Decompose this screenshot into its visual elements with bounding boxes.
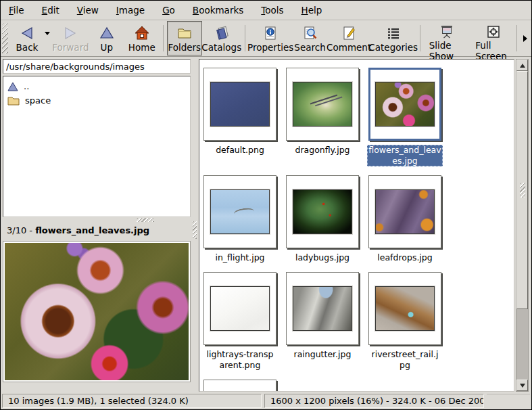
folder-icon — [7, 96, 20, 106]
thumbnail-item-default[interactable]: default.png — [203, 68, 276, 156]
folders-button[interactable]: Folders — [167, 21, 202, 55]
search-icon — [302, 24, 318, 42]
menu-file[interactable]: File — [2, 2, 31, 18]
location-path-input[interactable] — [3, 59, 191, 74]
thumbnail-item-ladybugs[interactable]: ladybugs.jpg — [286, 175, 359, 263]
menu-image[interactable]: Image — [110, 2, 151, 18]
toolbar-drag-handle[interactable] — [2, 23, 8, 53]
comment-button[interactable]: Comment — [328, 21, 370, 55]
overflow-right-arrow-icon — [523, 35, 527, 42]
menu-bookmarks[interactable]: Bookmarks — [186, 2, 250, 18]
back-icon — [19, 24, 35, 42]
thumbnail-card — [203, 68, 276, 141]
thumbnail-row-partial — [203, 380, 514, 392]
up-icon — [99, 24, 115, 42]
vertical-scrollbar[interactable] — [516, 59, 529, 392]
back-label: Back — [16, 42, 39, 53]
toolbar-separator — [163, 25, 164, 51]
thumbnail-item-inflight[interactable]: in_flight.jpg — [203, 175, 276, 263]
splitter-grip[interactable] — [137, 218, 154, 222]
menu-edit[interactable]: Edit — [35, 2, 66, 18]
scroll-down-button[interactable] — [516, 380, 528, 391]
thumbnail-label: leafdrops.jpg — [376, 252, 433, 263]
gthumb-window: File Edit View Image Go Bookmarks Tools … — [0, 0, 532, 410]
thumbnail-card — [368, 68, 441, 141]
folder-item-label: .. — [24, 81, 29, 91]
catalogs-label: Catalogs — [201, 42, 241, 53]
thumbnail-image — [293, 82, 352, 127]
back-button[interactable]: Back — [9, 21, 45, 55]
thumbnail-label: flowers_and_leaves.jpg — [367, 145, 443, 166]
thumbnail-item-dragonfly[interactable]: dragonfly.jpg — [286, 68, 359, 156]
catalogs-icon — [214, 24, 230, 42]
vertical-splitter[interactable] — [191, 59, 199, 392]
folders-label: Folders — [168, 42, 201, 53]
thumbnail-label: ladybugs.jpg — [294, 252, 351, 263]
categories-label: Categories — [368, 42, 418, 53]
search-button[interactable]: Search — [293, 21, 328, 55]
fullscreen-button[interactable]: Full Screen — [470, 21, 516, 55]
scrollbar-thumb[interactable] — [516, 71, 528, 309]
status-bar: 10 images (1.9 MB), 1 selected (324.0 K)… — [1, 393, 531, 409]
home-icon — [134, 24, 150, 42]
thumbnail-card — [286, 272, 359, 345]
thumbnail-item-riverstreet[interactable]: riverstreet_rail.jpg — [368, 272, 441, 371]
menu-bar: File Edit View Image Go Bookmarks Tools … — [1, 1, 531, 20]
scroll-up-button[interactable] — [516, 60, 528, 71]
folder-item-space[interactable]: space — [3, 93, 190, 108]
slideshow-button[interactable]: Slide Show — [424, 21, 470, 55]
thumbnail-item-lightrays[interactable]: lightrays-transparent.png — [203, 272, 276, 371]
forward-button[interactable]: Forward — [52, 21, 89, 55]
properties-button[interactable]: Properties — [249, 21, 293, 55]
slideshow-icon — [439, 24, 455, 40]
thumbnail-pane[interactable]: default.png dragonfly.jpg flowers_and_le… — [199, 59, 514, 392]
thumbnail-browser: default.png dragonfly.jpg flowers_and_le… — [199, 59, 529, 392]
menu-help[interactable]: Help — [295, 2, 329, 18]
main-area: .. space 3/10 - flowers_and_leaves.jpg — [1, 57, 531, 393]
properties-icon — [262, 24, 279, 42]
fullscreen-icon — [485, 24, 502, 40]
comment-icon — [341, 24, 357, 42]
thumbnail-card — [368, 272, 441, 345]
toolbar-separator — [420, 25, 420, 51]
horizontal-splitter[interactable] — [3, 217, 191, 223]
catalogs-button[interactable]: Catalogs — [202, 21, 241, 55]
menu-go[interactable]: Go — [155, 2, 182, 18]
thumbnail-item-leafdrops[interactable]: leafdrops.jpg — [368, 175, 441, 263]
thumbnail-item-flowers-selected[interactable]: flowers_and_leaves.jpg — [368, 68, 441, 166]
up-button[interactable]: Up — [89, 21, 124, 55]
thumbnail-image — [375, 189, 435, 234]
thumbnail-row: in_flight.jpg ladybugs.jpg leafdrops.jpg — [203, 175, 514, 263]
thumbnail-image — [375, 82, 435, 127]
menu-tools[interactable]: Tools — [254, 2, 290, 18]
home-button[interactable]: Home — [124, 21, 160, 55]
back-history-dropdown[interactable] — [45, 21, 52, 55]
image-position-text: 3/10 - — [7, 225, 32, 235]
properties-label: Properties — [247, 42, 293, 53]
splitter-grip[interactable] — [193, 221, 197, 239]
thumbnail-image — [375, 286, 435, 331]
preview-frame — [3, 241, 191, 382]
folder-list: .. space — [3, 76, 191, 217]
thumbnail-image — [210, 286, 270, 331]
toolbar-overflow-button[interactable] — [521, 21, 530, 55]
home-label: Home — [128, 42, 155, 53]
preview-image[interactable] — [5, 243, 189, 380]
thumbnail-row: lightrays-transparent.png raingutter.jpg… — [203, 272, 514, 371]
folder-item-parent[interactable]: .. — [3, 79, 190, 93]
thumbnail-item-raingutter[interactable]: raingutter.jpg — [286, 272, 359, 360]
menu-view[interactable]: View — [70, 2, 105, 18]
thumbnail-item-partial[interactable] — [203, 380, 276, 392]
status-left-text: 10 images (1.9 MB), 1 selected (324.0 K) — [8, 396, 189, 406]
categories-button[interactable]: Categories — [370, 21, 416, 55]
toolbar-separator — [516, 25, 517, 51]
chevron-down-icon — [45, 32, 50, 35]
thumbnail-label: in_flight.jpg — [214, 252, 266, 263]
thumbnail-card — [203, 175, 276, 248]
thumbnail-card — [203, 272, 276, 345]
status-image-details: 1600 x 1200 pixels (16%) - 324.0 K - 06 … — [264, 394, 484, 408]
thumbnail-label: lightrays-transparent.png — [203, 349, 276, 371]
preview-info-line: 3/10 - flowers_and_leaves.jpg — [3, 223, 191, 241]
scrollbar-track[interactable] — [516, 309, 528, 380]
thumbnail-image — [293, 286, 352, 331]
